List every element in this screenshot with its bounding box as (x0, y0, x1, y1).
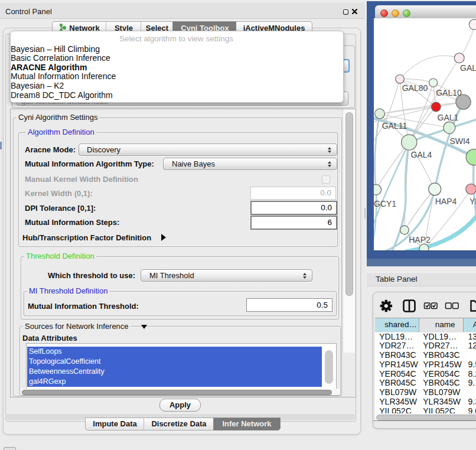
svg-text:GAL7: GAL7 (460, 63, 476, 73)
svg-text:GCY1: GCY1 (374, 199, 396, 208)
svg-text:GAL1: GAL1 (438, 113, 459, 122)
svg-text:GAL11: GAL11 (382, 121, 407, 131)
svg-text:SWI4: SWI4 (449, 136, 470, 146)
svg-text:GAL80: GAL80 (402, 83, 428, 93)
svg-text:YM: YM (470, 197, 476, 206)
svg-text:GAL10: GAL10 (436, 88, 462, 97)
svg-text:HAP2: HAP2 (409, 235, 431, 244)
svg-text:GAL4: GAL4 (411, 150, 432, 159)
svg-text:HAP4: HAP4 (435, 197, 457, 206)
